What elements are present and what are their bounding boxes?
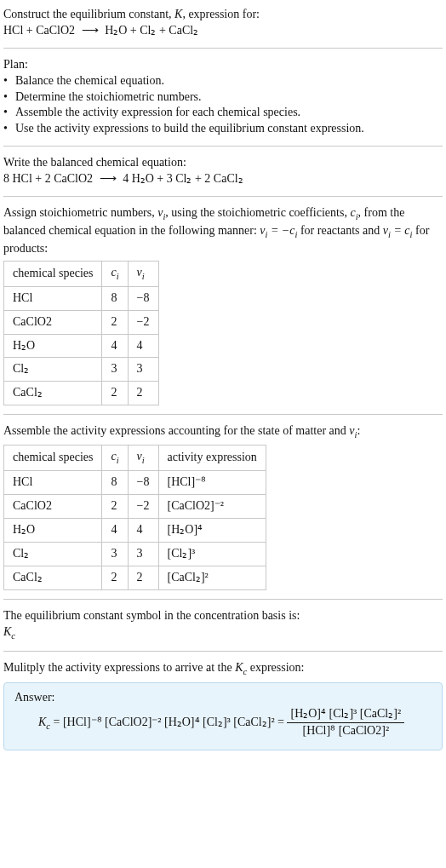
assign-text-a: Assign stoichiometric numbers, [3,206,157,219]
cell-species: Cl₂ [4,358,102,382]
assign-section: Assign stoichiometric numbers, νi, using… [3,205,443,405]
cell-c: 3 [102,358,128,382]
table-row: HCl8−8 [4,286,159,310]
answer-expression: Kc = [HCl]⁻⁸ [CaClO2]⁻² [H₂O]⁴ [Cl₂]³ [C… [14,706,432,739]
activity-text-b: : [357,424,360,437]
cell-nu: −8 [128,286,158,310]
unbalanced-equation: HCl + CaClO2 H₂O + Cl₂ + CaCl₂ [3,23,443,39]
cell-species: H₂O [4,334,102,358]
fraction: [H₂O]⁴ [Cl₂]³ [CaCl₂]² [HCl]⁸ [CaClO2]² [287,706,404,739]
cell-species: Cl₂ [4,542,102,566]
cell-species: H₂O [4,518,102,542]
kc-c: c [11,630,15,640]
table-row: CaCl₂22 [4,382,159,405]
assign-text-b: , using the stoichiometric coefficients, [165,206,350,219]
table-row: Cl₂33[Cl₂]³ [4,542,266,566]
cell-c: 4 [102,518,128,542]
kc-inline: Kc [235,661,247,674]
activity-text-a: Assemble the activity expressions accoun… [3,424,349,437]
nu-i: νi [157,206,165,219]
title-text-b: , expression for: [182,8,260,20]
cell-act: [CaCl₂]² [158,566,266,589]
cell-nu: 3 [128,358,158,382]
bullet-icon: • [3,73,15,89]
bal-left: 8 HCl + 2 CaClO2 [3,172,93,185]
title-text-a: Construct the equilibrium constant, [3,8,174,20]
divider [3,599,443,600]
table-header-row: chemical species ci νi activity expressi… [4,445,266,471]
plan-item: •Balance the chemical equation. [3,73,443,89]
mult-text-b: expression: [247,661,304,674]
cell-c: 2 [102,382,128,405]
frac-numerator: [H₂O]⁴ [Cl₂]³ [CaCl₂]² [287,706,404,723]
table-row: CaCl₂22[CaCl₂]² [4,566,266,589]
cell-nu: 2 [128,566,158,589]
bullet-icon: • [3,121,15,137]
cell-c: 8 [102,471,128,495]
activity-table: chemical species ci νi activity expressi… [3,445,266,589]
balanced-heading: Write the balanced chemical equation: [3,155,443,171]
title-K: K [174,8,182,20]
plan-item-text: Determine the stoichiometric numbers. [15,89,202,106]
plan-item-text: Assemble the activity expression for eac… [15,105,300,121]
th-nui: νi [128,445,158,471]
table-row: HCl8−8[HCl]⁻⁸ [4,471,266,495]
table-row: H₂O44[H₂O]⁴ [4,518,266,542]
cell-nu: −2 [128,310,158,334]
divider [3,48,443,49]
table-row: H₂O44 [4,334,159,358]
cell-act: [Cl₂]³ [158,542,266,566]
c-i: ci [350,206,357,219]
divider [3,651,443,652]
cell-species: CaCl₂ [4,566,102,589]
eq-left: HCl + CaClO2 [3,24,75,37]
symbol-section: The equilibrium constant symbol in the c… [3,608,443,642]
arrow-icon [96,172,120,185]
kc-lhs: Kc [38,716,50,728]
divider [3,196,443,197]
cell-c: 2 [102,566,128,589]
cell-nu: 4 [128,518,158,542]
nu-eq-c: νi = ci [383,224,413,237]
cell-species: CaClO2 [4,310,102,334]
cell-act: [HCl]⁻⁸ [158,471,266,495]
divider [3,414,443,415]
cell-species: CaCl₂ [4,382,102,405]
kc-k: K [3,625,11,638]
cell-c: 2 [102,310,128,334]
cell-c: 3 [102,542,128,566]
kc-symbol: Kc [3,624,443,642]
plan-section: Plan: •Balance the chemical equation. •D… [3,57,443,137]
activity-section: Assemble the activity expressions accoun… [3,423,443,589]
frac-denominator: [HCl]⁸ [CaClO2]² [287,723,404,739]
cell-nu: 2 [128,382,158,405]
table-row: Cl₂33 [4,358,159,382]
multiply-section: Mulitply the activity expressions to arr… [3,660,443,751]
cell-species: HCl [4,471,102,495]
eq-right: H₂O + Cl₂ + CaCl₂ [105,24,198,37]
balanced-section: Write the balanced chemical equation: 8 … [3,155,443,187]
th-species: chemical species [4,261,102,286]
bullet-icon: • [3,105,15,121]
cell-nu: −8 [128,471,158,495]
plan-heading: Plan: [3,57,443,73]
title-section: Construct the equilibrium constant, K, e… [3,7,443,39]
cell-species: CaClO2 [4,495,102,519]
cell-c: 4 [102,334,128,358]
divider [3,146,443,147]
bal-right: 4 H₂O + 3 Cl₂ + 2 CaCl₂ [123,172,243,185]
table-row: CaClO22−2 [4,310,159,334]
mult-text-a: Mulitply the activity expressions to arr… [3,661,235,674]
balanced-equation: 8 HCl + 2 CaClO2 4 H₂O + 3 Cl₂ + 2 CaCl₂ [3,171,443,187]
table-header-row: chemical species ci νi [4,261,159,286]
k-letter: K [38,716,46,728]
cell-species: HCl [4,286,102,310]
stoich-table: chemical species ci νi HCl8−8 CaClO22−2 … [3,261,159,405]
th-ci: ci [102,445,128,471]
bullet-icon: • [3,89,15,106]
product-terms: = [HCl]⁻⁸ [CaClO2]⁻² [H₂O]⁴ [Cl₂]³ [CaCl… [54,716,284,728]
th-species: chemical species [4,445,102,471]
cell-c: 2 [102,495,128,519]
table-row: CaClO22−2[CaClO2]⁻² [4,495,266,519]
arrow-icon [78,24,102,37]
